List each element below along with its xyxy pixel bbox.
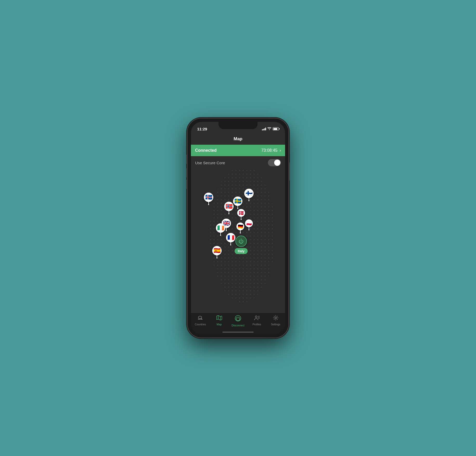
title-bar: Map [191,133,285,145]
svg-marker-4 [217,315,222,320]
italy-label: Italy [235,248,248,254]
countries-icon [197,315,203,322]
pin-sweden[interactable]: 🇸🇪 [233,197,242,209]
pin-denmark[interactable]: 🇩🇰 [237,209,245,220]
map-area: 🇮🇸 🇳🇴 🇸🇪 🇫🇮 [191,169,285,313]
flag-poland: 🇵🇱 [245,219,253,227]
profiles-icon [254,315,260,322]
tab-bar: Countries Map [191,313,285,334]
chevron-right-icon: › [280,148,281,153]
tab-disconnect-label: Disconnect [231,324,244,327]
connection-timer: 73:08:45 › [261,148,281,153]
flag-spain: 🇪🇸 [212,246,222,255]
tab-countries[interactable]: Countries [191,315,209,326]
battery-icon [273,127,279,130]
map-icon [216,315,222,322]
secure-core-row: Use Secure Core [191,156,285,169]
pin-spain[interactable]: 🇪🇸 [212,246,222,258]
flag-denmark: 🇩🇰 [237,209,245,217]
home-indicator [222,332,254,333]
connected-bar[interactable]: Connected 73:08:45 › [191,145,285,156]
pin-poland[interactable]: 🇵🇱 [245,219,253,230]
svg-point-12 [275,317,276,319]
status-time: 11:29 [197,127,207,131]
secure-core-toggle[interactable] [268,159,281,166]
connection-status: Connected [195,148,217,153]
tab-profiles-label: Profiles [253,323,261,326]
tab-map[interactable]: Map [210,315,228,326]
flag-germany: 🇩🇪 [236,223,244,230]
phone-device: 11:29 [187,118,289,338]
power-icon: ⏻ [239,238,244,244]
status-icons [262,127,279,131]
svg-point-0 [269,130,270,130]
signal-icon [262,128,266,130]
pin-finland[interactable]: 🇫🇮 [244,189,254,201]
phone-screen: 11:29 [191,122,285,334]
flag-finland: 🇫🇮 [244,189,254,198]
page-title: Map [234,136,242,142]
tab-profiles[interactable]: Profiles [248,315,266,326]
wifi-icon [267,127,271,131]
flag-france: 🇫🇷 [226,233,235,242]
disconnect-icon [235,315,241,323]
battery-fill [273,128,277,130]
tab-map-label: Map [217,323,222,326]
flag-norway: 🇳🇴 [224,202,234,211]
settings-icon [273,315,279,322]
pin-italy-active[interactable]: ⏻ Italy [235,236,248,254]
pin-ireland[interactable]: 🇮🇪 [216,223,225,236]
flag-iceland: 🇮🇸 [204,193,213,202]
tab-settings[interactable]: Settings [267,315,285,326]
flag-sweden: 🇸🇪 [233,197,242,206]
svg-point-8 [255,316,257,318]
secure-core-label: Use Secure Core [195,161,225,165]
tab-disconnect[interactable]: Disconnect [229,315,247,327]
notch [218,122,258,129]
pin-norway[interactable]: 🇳🇴 [224,202,234,214]
toggle-knob [274,160,280,166]
pin-france[interactable]: 🇫🇷 [226,233,235,245]
tab-settings-label: Settings [271,323,280,326]
tab-countries-label: Countries [195,323,206,326]
pin-iceland[interactable]: 🇮🇸 [204,193,213,205]
pin-germany[interactable]: 🇩🇪 [236,223,244,233]
flag-ireland: 🇮🇪 [216,223,225,233]
italy-power-circle: ⏻ [235,236,247,247]
